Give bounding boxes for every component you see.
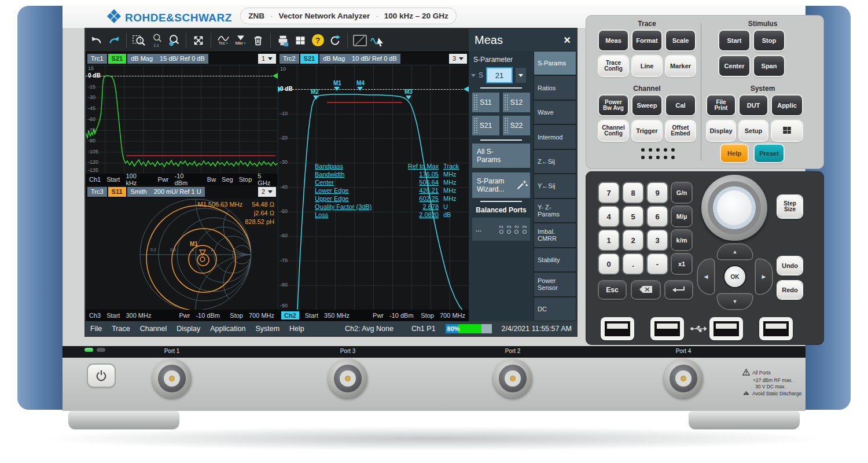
window-2-number-dropdown[interactable]: 2 <box>258 187 276 197</box>
key-gn[interactable]: G/n <box>672 183 692 203</box>
windows-hardkey[interactable] <box>772 121 802 141</box>
sparam-wizard-button[interactable]: S-Param Wizard... <box>472 172 530 198</box>
tab-yz-params[interactable]: Y- Z- Params <box>534 199 576 222</box>
close-icon[interactable]: × <box>564 34 571 47</box>
preset-hardkey[interactable]: Preset <box>755 145 784 162</box>
start-value[interactable]: 100 kHz <box>126 172 147 186</box>
help-icon[interactable]: ? <box>309 31 326 50</box>
key-1[interactable]: 1 <box>599 230 619 250</box>
s-parameter-value-input[interactable]: 21 <box>486 67 513 83</box>
menu-channel[interactable]: Channel <box>140 325 167 333</box>
stop-value[interactable]: 700 MHz <box>249 312 274 319</box>
tab-s-params[interactable]: S-Params <box>534 52 576 75</box>
trc1-param-chip[interactable]: S21 <box>108 54 127 64</box>
scale-hardkey[interactable]: Scale <box>666 31 695 50</box>
redo-hardkey[interactable]: Redo <box>778 281 802 299</box>
key-mu[interactable]: M/µ <box>672 207 692 226</box>
power-button[interactable] <box>88 365 115 387</box>
trc3-format-chip[interactable]: Smith200 mU/ Ref 1 U <box>127 187 205 197</box>
center-hardkey[interactable]: Center <box>719 56 749 76</box>
backspace-key[interactable] <box>632 281 660 299</box>
power-value[interactable]: -10 dBm <box>196 312 220 319</box>
channel-config-hardkey[interactable]: Channel Config <box>599 121 628 141</box>
power-value[interactable]: -10 dBm <box>389 312 414 319</box>
marker-hardkey[interactable]: Marker <box>666 56 695 76</box>
add-trace-icon[interactable]: Trc+ <box>215 31 232 50</box>
refresh-icon[interactable] <box>326 31 344 50</box>
sweep-hardkey[interactable]: Sweep <box>632 95 661 115</box>
window-1-number-dropdown[interactable]: 1 <box>258 54 276 64</box>
stop-value[interactable]: 700 MHz <box>440 312 465 319</box>
span-hardkey[interactable]: Span <box>754 56 784 76</box>
chevron-down-icon[interactable] <box>471 74 476 77</box>
tab-imbal-cmrr[interactable]: Imbal. CMRR <box>534 223 576 247</box>
meas-hardkey[interactable]: Meas <box>599 31 628 50</box>
stop-value[interactable]: 5 GHz <box>258 172 274 186</box>
key-minus[interactable]: - <box>648 254 667 274</box>
tab-stability[interactable]: Stability <box>534 248 576 271</box>
trc2-param-chip[interactable]: S21 <box>300 54 319 64</box>
key-0[interactable]: 0 <box>599 254 619 274</box>
print-icon[interactable] <box>274 31 292 50</box>
display-hardkey[interactable]: Display <box>707 121 735 141</box>
add-marker-icon[interactable]: Mkr+ <box>232 31 249 50</box>
file-print-hardkey[interactable]: File Print <box>707 95 735 115</box>
tab-z-sij[interactable]: Z←Sij <box>534 150 576 173</box>
undo-icon[interactable] <box>88 31 105 50</box>
s22-button[interactable]: S22 <box>503 116 530 135</box>
start-value[interactable]: 300 MHz <box>126 312 151 319</box>
zoom-1to1-icon[interactable]: 1:1 <box>148 31 165 50</box>
key-2[interactable]: 2 <box>623 230 643 250</box>
trc2-name-chip[interactable]: Trc2 <box>279 54 299 64</box>
key-3[interactable]: 3 <box>648 230 667 250</box>
menu-application[interactable]: Application <box>210 325 245 333</box>
offset-embed-hardkey[interactable]: Offset Embed <box>666 121 695 141</box>
trc2-format-chip[interactable]: dB Mag10 dB/ Ref 0 dB <box>319 54 400 64</box>
s11-button[interactable]: S11 <box>472 93 499 112</box>
s12-button[interactable]: S12 <box>503 93 530 112</box>
menu-file[interactable]: File <box>90 325 102 333</box>
tab-ratios[interactable]: Ratios <box>534 76 576 99</box>
screenshot-icon[interactable] <box>351 31 369 50</box>
dut-hardkey[interactable]: DUT <box>740 95 767 115</box>
balanced-ports-button[interactable]: ... P1 P3 P2 P4 <box>472 218 530 241</box>
windows-icon[interactable] <box>292 31 309 50</box>
key-6[interactable]: 6 <box>648 207 667 226</box>
tab-wave[interactable]: Wave <box>534 101 576 124</box>
dropdown-button[interactable] <box>516 68 526 83</box>
delete-icon[interactable] <box>249 31 267 50</box>
window-3-number-dropdown[interactable]: 3 <box>449 54 467 64</box>
tab-intermod[interactable]: Intermod <box>534 125 576 148</box>
stop-hardkey[interactable]: Stop <box>754 31 784 50</box>
start-hardkey[interactable]: Start <box>719 31 749 50</box>
enter-key[interactable] <box>665 281 692 299</box>
esc-key[interactable]: Esc <box>599 281 626 299</box>
rotary-knob[interactable] <box>701 175 767 241</box>
tab-dc[interactable]: DC <box>534 297 576 321</box>
trc3-param-chip[interactable]: S11 <box>108 187 126 197</box>
step-size-hardkey[interactable]: Step Size <box>778 196 802 218</box>
arrow-down-key[interactable]: ▼ <box>718 294 752 309</box>
applic-hardkey[interactable]: Applic <box>772 95 802 115</box>
zoom-select-icon[interactable] <box>130 31 148 50</box>
arrow-left-key[interactable]: ◀ <box>698 259 714 294</box>
fullscreen-icon[interactable] <box>190 31 207 50</box>
trace-config-hardkey[interactable]: Trace Config <box>599 56 628 76</box>
active-channel-chip[interactable]: Ch2 <box>281 311 299 319</box>
key-7[interactable]: 7 <box>599 183 619 203</box>
menu-help[interactable]: Help <box>289 325 304 333</box>
undo-hardkey[interactable]: Undo <box>778 257 802 274</box>
key-4[interactable]: 4 <box>599 207 619 226</box>
touch-toggle-icon[interactable] <box>369 31 386 50</box>
trigger-hardkey[interactable]: Trigger <box>632 121 661 141</box>
key-km[interactable]: k/m <box>672 230 692 250</box>
key-8[interactable]: 8 <box>623 183 643 203</box>
key-5[interactable]: 5 <box>623 207 643 226</box>
trc1-format-chip[interactable]: dB Mag15 dB/ Ref 0 dB <box>127 54 208 64</box>
trc1-name-chip[interactable]: Trc1 <box>87 54 107 64</box>
all-sparams-button[interactable]: All S-Params <box>472 144 530 168</box>
s21-button[interactable]: S21 <box>472 116 499 135</box>
line-hardkey[interactable]: Line <box>632 56 661 76</box>
key-x1[interactable]: x1 <box>672 254 692 274</box>
trc3-name-chip[interactable]: Trc3 <box>87 187 107 197</box>
